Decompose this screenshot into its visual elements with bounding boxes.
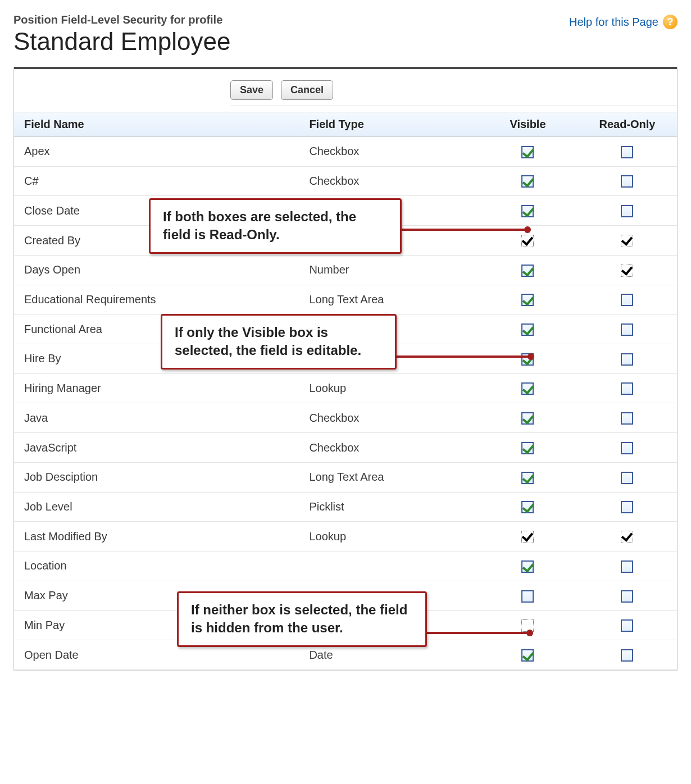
table-row: Educational RequirementsLong Text Area [14,285,677,314]
table-row: ApexCheckbox [14,137,677,167]
table-row: JavaCheckbox [14,403,677,433]
readonly-checkbox[interactable] [621,353,633,366]
field-type-cell: Checkbox [299,137,478,167]
callout-neither-selected: If neither box is selected, the field is… [177,591,427,647]
table-row: Days OpenNumber [14,255,677,285]
callout-dot [524,226,531,233]
visible-checkbox[interactable] [521,442,534,454]
field-name-cell: Job Level [14,492,299,522]
readonly-checkbox [621,235,633,247]
field-name-cell: Last Modified By [14,522,299,551]
readonly-checkbox [621,531,633,543]
readonly-checkbox[interactable] [621,205,633,217]
readonly-checkbox[interactable] [621,175,633,188]
callout-line [388,229,528,231]
readonly-checkbox[interactable] [621,619,633,632]
callout-line [413,632,530,634]
table-row: C#Checkbox [14,166,677,196]
readonly-checkbox[interactable] [621,590,633,603]
field-type-cell: Checkbox [299,403,478,433]
help-icon[interactable]: ? [663,15,678,29]
readonly-cell [578,640,677,670]
visible-checkbox[interactable] [521,412,534,425]
visible-checkbox [521,235,534,247]
field-name-cell: Days Open [14,255,299,285]
col-visible: Visible [478,112,578,137]
table-row: Hiring ManagerLookup [14,373,677,403]
table-row: Location [14,551,677,581]
visible-checkbox[interactable] [521,265,534,277]
readonly-cell [578,462,677,492]
help-link[interactable]: Help for this Page [569,16,658,29]
visible-cell [478,640,578,670]
col-field-name: Field Name [14,112,299,137]
readonly-checkbox[interactable] [621,560,633,573]
readonly-cell [578,314,677,344]
visible-checkbox[interactable] [521,472,534,484]
visible-checkbox[interactable] [521,560,534,573]
visible-cell [478,403,578,433]
visible-checkbox[interactable] [521,175,534,188]
readonly-checkbox[interactable] [621,649,633,662]
visible-cell [478,433,578,463]
field-name-cell: JavaScript [14,433,299,463]
readonly-checkbox[interactable] [621,382,633,395]
readonly-cell [578,373,677,403]
visible-cell [478,285,578,314]
visible-checkbox[interactable] [521,590,534,603]
field-type-cell: Checkbox [299,166,478,196]
readonly-checkbox[interactable] [621,472,633,484]
visible-checkbox[interactable] [521,323,534,336]
visible-checkbox [521,531,534,543]
field-name-cell: Job Desciption [14,462,299,492]
visible-cell [478,373,578,403]
field-type-cell [299,551,478,581]
field-type-cell: Number [299,255,478,285]
visible-checkbox[interactable] [521,205,534,217]
readonly-checkbox[interactable] [621,146,633,158]
readonly-cell [578,285,677,314]
readonly-cell [578,492,677,522]
field-type-cell: Long Text Area [299,285,478,314]
readonly-checkbox[interactable] [621,412,633,425]
visible-checkbox[interactable] [521,501,534,513]
readonly-cell [578,226,677,256]
table-row: Job DesciptionLong Text Area [14,462,677,492]
readonly-cell [578,433,677,463]
cancel-button[interactable]: Cancel [281,80,333,100]
visible-cell [478,255,578,285]
page-title: Standard Employee [13,28,230,56]
visible-cell [478,196,578,226]
visible-cell [478,492,578,522]
readonly-checkbox[interactable] [621,442,633,454]
readonly-checkbox[interactable] [621,294,633,306]
field-type-cell: Lookup [299,522,478,551]
readonly-cell [578,344,677,374]
readonly-checkbox[interactable] [621,501,633,513]
field-name-cell: Java [14,403,299,433]
readonly-cell [578,403,677,433]
callout-dot [528,353,534,360]
table-row: JavaScriptCheckbox [14,433,677,463]
field-security-table: Field Name Field Type Visible Read-Only … [14,112,677,670]
readonly-checkbox[interactable] [621,323,633,336]
readonly-cell [578,166,677,196]
save-button[interactable]: Save [230,80,273,100]
visible-cell [478,166,578,196]
field-security-panel: Save Cancel Field Name Field Type Visibl… [13,67,678,671]
visible-checkbox[interactable] [521,382,534,395]
field-name-cell: C# [14,166,299,196]
visible-checkbox[interactable] [521,649,534,662]
field-name-cell: Hiring Manager [14,373,299,403]
visible-checkbox[interactable] [521,146,534,158]
visible-cell [478,551,578,581]
visible-cell [478,314,578,344]
visible-cell [478,462,578,492]
visible-checkbox[interactable] [521,294,534,306]
callout-visible-only: If only the Visible box is selected, the… [161,314,397,370]
callout-both-selected: If both boxes are selected, the field is… [149,198,402,254]
readonly-cell [578,522,677,551]
field-name-cell: Location [14,551,299,581]
field-type-cell: Long Text Area [299,462,478,492]
readonly-cell [578,610,677,640]
